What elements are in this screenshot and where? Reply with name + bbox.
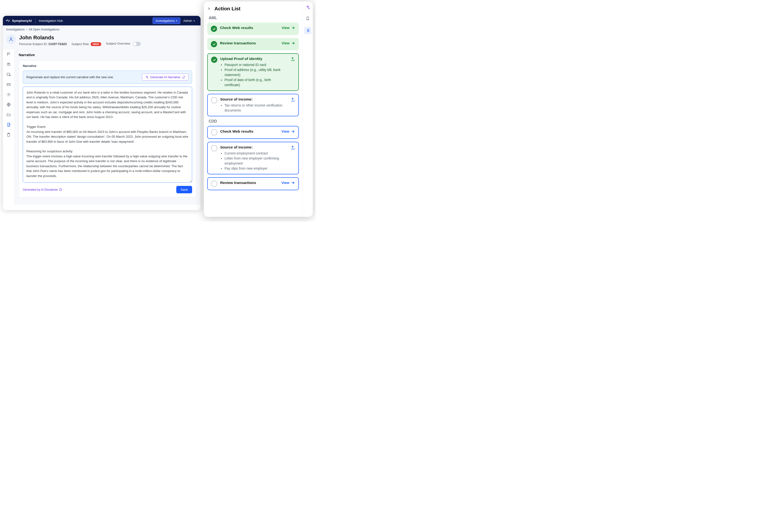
bookmark-icon[interactable] bbox=[305, 16, 310, 21]
ai-disclaimer-link[interactable]: Generated by AI Disclaimer bbox=[23, 188, 62, 192]
upload-button[interactable] bbox=[290, 145, 295, 150]
empty-circle-icon bbox=[211, 145, 217, 151]
task-item[interactable]: Source of income:Current employment cont… bbox=[207, 142, 299, 174]
refresh-icon bbox=[182, 75, 185, 79]
arrow-right-icon bbox=[291, 26, 295, 30]
svg-rect-3 bbox=[7, 73, 10, 76]
card-icon[interactable] bbox=[6, 82, 11, 87]
chevron-down-icon: ▾ bbox=[176, 19, 177, 22]
task-sub-item: Proof of address (e.g., utility bill, ba… bbox=[225, 67, 288, 77]
narrative-card: Narrative Regenerate and replace the cur… bbox=[19, 60, 196, 197]
check-circle-icon bbox=[211, 57, 217, 63]
globe-icon[interactable] bbox=[6, 102, 11, 107]
svg-point-2 bbox=[9, 63, 10, 64]
info-icon bbox=[59, 188, 62, 191]
narrative-textarea[interactable]: John Rolands is a retail customer of our… bbox=[23, 87, 192, 183]
regenerate-text: Regenerate and replace the current narra… bbox=[26, 75, 114, 79]
subject-header: John Rolands Personal Subject ID: CUST-T… bbox=[3, 33, 200, 49]
view-link[interactable]: View bbox=[281, 181, 295, 185]
narrative-icon[interactable] bbox=[6, 122, 11, 127]
check-circle-icon bbox=[211, 41, 217, 47]
upload-button[interactable] bbox=[290, 57, 295, 61]
flag-icon[interactable] bbox=[6, 52, 11, 57]
svg-rect-5 bbox=[7, 83, 10, 86]
task-item[interactable]: Upload Proof of identityPassport or nati… bbox=[207, 53, 299, 91]
chevron-right-icon[interactable] bbox=[207, 7, 211, 10]
regenerate-bar: Regenerate and replace the current narra… bbox=[23, 71, 192, 84]
action-list-title: Action List bbox=[214, 6, 241, 12]
task-title: Check Web results bbox=[220, 129, 279, 133]
breadcrumb-root[interactable]: Investigations bbox=[6, 28, 24, 31]
task-title: Check Web results bbox=[220, 26, 279, 30]
top-nav: SymphonyAI Investigation Hub Investigati… bbox=[3, 16, 200, 25]
risk-badge: HIGH bbox=[91, 42, 101, 46]
hub-name: Investigation Hub bbox=[39, 19, 63, 22]
nav-admin[interactable]: Admin ▾ bbox=[180, 18, 197, 24]
task-item[interactable]: Review transactionsView bbox=[207, 38, 299, 50]
task-item[interactable]: Check Web resultsView bbox=[207, 22, 299, 35]
check-circle-icon bbox=[211, 26, 217, 32]
empty-circle-icon bbox=[211, 129, 217, 135]
task-sub-item: Current employment contract bbox=[225, 151, 288, 156]
sparkle-icon bbox=[145, 75, 148, 79]
view-link[interactable]: View bbox=[281, 129, 295, 133]
person-icon bbox=[9, 37, 14, 42]
view-link[interactable]: View bbox=[282, 41, 295, 45]
brand-name: SymphonyAI bbox=[12, 19, 32, 22]
upload-icon bbox=[290, 57, 295, 61]
task-sub-item: Letter from new employer confirming empl… bbox=[225, 156, 288, 166]
task-title: Review transactions bbox=[220, 41, 279, 45]
svg-point-4 bbox=[9, 75, 11, 76]
brand-logo[interactable]: SymphonyAI bbox=[6, 19, 32, 22]
breadcrumb: Investigations › All Open Investigations bbox=[3, 25, 200, 33]
upload-icon bbox=[290, 145, 295, 150]
investigation-window: SymphonyAI Investigation Hub Investigati… bbox=[3, 16, 200, 210]
settings-icon[interactable] bbox=[6, 92, 11, 97]
upload-icon bbox=[290, 97, 295, 102]
symphony-logo-icon bbox=[6, 19, 10, 22]
arrow-right-icon bbox=[291, 41, 295, 45]
task-title: Source of income: bbox=[220, 145, 288, 149]
divider bbox=[35, 18, 36, 23]
task-title: Review transactions bbox=[220, 181, 279, 185]
breadcrumb-current: All Open Investigations bbox=[29, 28, 59, 31]
folder-icon[interactable] bbox=[6, 112, 11, 117]
content-area: Narrative Narrative Regenerate and repla… bbox=[15, 49, 200, 205]
task-sub-item: Tax returns or other income verification… bbox=[225, 103, 288, 113]
save-button[interactable]: Save bbox=[176, 186, 192, 193]
task-item[interactable]: Review transactionsView bbox=[207, 177, 299, 190]
avatar bbox=[6, 35, 16, 44]
empty-circle-icon bbox=[211, 97, 217, 103]
overview-toggle[interactable] bbox=[133, 42, 141, 46]
empty-circle-icon bbox=[211, 181, 217, 187]
card-label: Narrative bbox=[23, 64, 192, 68]
subject-name: John Rolands bbox=[19, 35, 141, 41]
svg-point-1 bbox=[7, 63, 8, 64]
group-cdd: CDD bbox=[209, 119, 299, 124]
left-rail bbox=[3, 49, 15, 205]
task-title: Upload Proof of identity bbox=[220, 57, 288, 61]
section-title: Narrative bbox=[19, 53, 196, 57]
action-right-rail bbox=[302, 1, 313, 217]
subject-id: CUST-T2423 bbox=[48, 42, 67, 46]
arrow-right-icon bbox=[291, 129, 295, 133]
task-sub-item: Passport or national ID card bbox=[225, 62, 288, 67]
task-sub-item: Pay slips from new employer bbox=[225, 166, 288, 171]
list-icon[interactable] bbox=[304, 27, 311, 34]
chevron-down-icon: ▾ bbox=[194, 19, 195, 22]
task-item[interactable]: Source of income:Tax returns or other in… bbox=[207, 94, 299, 116]
clipboard-icon[interactable] bbox=[6, 133, 11, 137]
svg-point-6 bbox=[8, 94, 9, 95]
task-title: Source of income: bbox=[220, 97, 288, 102]
upload-button[interactable] bbox=[290, 97, 295, 102]
action-list-panel: Action List AML Check Web resultsView Re… bbox=[204, 1, 313, 217]
people-icon[interactable] bbox=[6, 62, 11, 67]
nav-investigations[interactable]: Investigations ▾ bbox=[153, 17, 181, 24]
view-link[interactable]: View bbox=[282, 26, 295, 30]
sparkle-icon[interactable] bbox=[305, 5, 310, 10]
account-alert-icon[interactable] bbox=[6, 72, 11, 77]
group-aml: AML bbox=[209, 16, 299, 20]
generate-ai-narrative-button[interactable]: Generate AI Narrative bbox=[142, 74, 189, 81]
task-item[interactable]: Check Web resultsView bbox=[207, 126, 299, 139]
svg-point-0 bbox=[10, 38, 12, 39]
